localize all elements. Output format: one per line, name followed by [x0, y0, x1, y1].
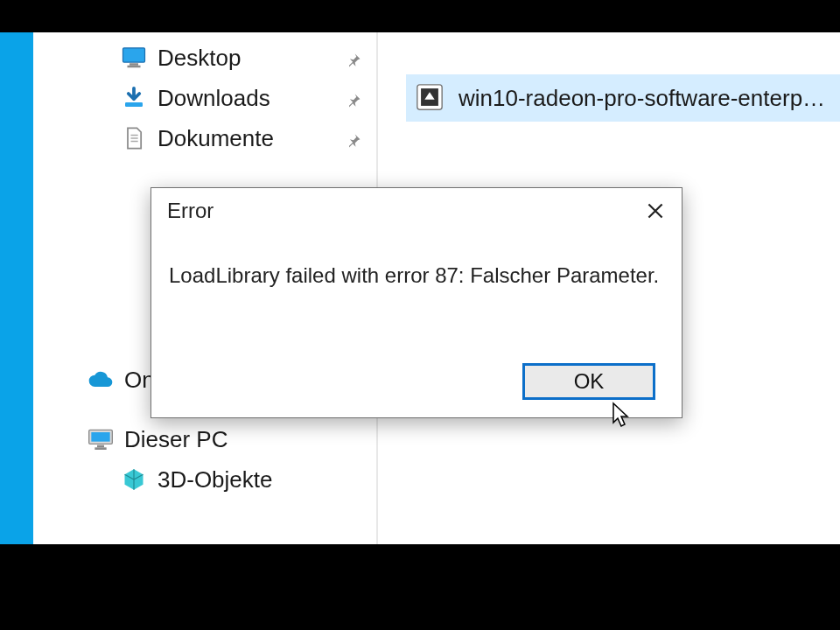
desktop-background-strip: [0, 32, 33, 544]
svg-rect-8: [94, 447, 106, 450]
cube-icon: [119, 465, 149, 494]
pin-icon: [345, 129, 364, 148]
sidebar-item-label: Downloads: [158, 85, 270, 112]
installer-icon: [415, 82, 446, 114]
svg-rect-4: [125, 102, 143, 107]
dialog-title: Error: [167, 199, 214, 223]
close-icon: [644, 200, 667, 222]
download-icon: [119, 83, 149, 113]
sidebar-item-downloads[interactable]: Downloads: [119, 78, 364, 118]
svg-rect-0: [123, 48, 145, 62]
cloud-icon: [86, 365, 116, 395]
ok-button[interactable]: OK: [522, 363, 655, 400]
monitor-icon: [119, 43, 149, 73]
svg-rect-2: [130, 63, 138, 66]
file-name: win10-radeon-pro-software-enterprise-1..…: [458, 85, 831, 112]
svg-rect-6: [91, 432, 109, 442]
computer-icon: [86, 424, 116, 454]
ok-button-label: OK: [574, 369, 605, 394]
document-icon: [119, 123, 149, 153]
file-list-item[interactable]: win10-radeon-pro-software-enterprise-1..…: [406, 74, 840, 122]
pin-icon: [345, 48, 364, 67]
error-dialog: Error LoadLibrary failed with error 87: …: [150, 187, 682, 418]
dialog-message: LoadLibrary failed with error 87: Falsch…: [151, 234, 682, 288]
sidebar-item-label: 3D-Objekte: [158, 466, 273, 494]
explorer-window: Desktop Downloads Dokumente: [33, 32, 840, 544]
dialog-titlebar[interactable]: Error: [151, 188, 682, 234]
sidebar-item-label: Dieser PC: [124, 426, 228, 453]
sidebar-item-this-pc[interactable]: Dieser PC: [86, 419, 364, 459]
sidebar-item-desktop[interactable]: Desktop: [119, 38, 364, 78]
sidebar-item-documents[interactable]: Dokumente: [119, 118, 364, 158]
svg-rect-3: [128, 66, 141, 68]
sidebar-item-3d-objects[interactable]: 3D-Objekte: [119, 459, 364, 500]
sidebar-item-label: Desktop: [158, 45, 241, 72]
svg-rect-7: [97, 445, 104, 448]
sidebar-item-label: Dokumente: [158, 125, 274, 152]
close-button[interactable]: [629, 188, 682, 234]
pin-icon: [345, 88, 364, 108]
